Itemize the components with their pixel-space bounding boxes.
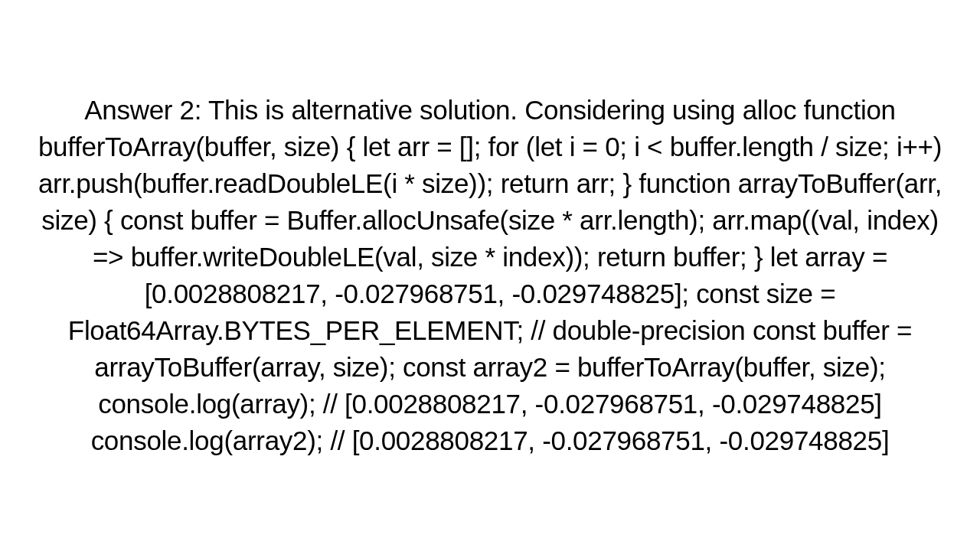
answer-text: Answer 2: This is alternative solution. … <box>38 95 942 455</box>
answer-text-block: Answer 2: This is alternative solution. … <box>15 92 965 458</box>
